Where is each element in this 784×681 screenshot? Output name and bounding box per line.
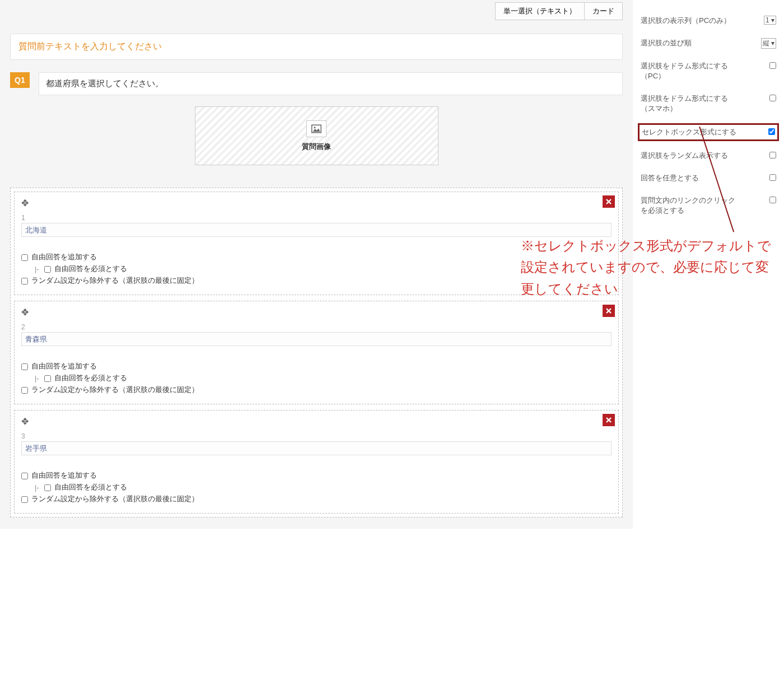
free-answer-required-checkbox[interactable] <box>44 266 51 273</box>
exclude-random-label: ランダム設定から除外する（選択肢の最後に固定） <box>31 385 199 395</box>
setting-select[interactable]: 1 ▾ <box>764 16 776 25</box>
setting-checkbox[interactable] <box>769 174 776 181</box>
setting-label: 選択肢の並び順 <box>641 38 692 48</box>
free-answer-required-row[interactable]: 自由回答を必須とする <box>21 374 612 383</box>
settings-sidebar: 選択肢の表示列（PCのみ）1 ▾選択肢の並び順縦 ▾選択肢をドラム形式にする（P… <box>633 0 784 529</box>
setting-checkbox[interactable] <box>769 62 776 69</box>
setting-checkbox[interactable] <box>769 95 776 101</box>
question-type-toolbar: 単一選択（テキスト） カード <box>10 0 623 34</box>
question-row: Q1 都道府県を選択してください。 <box>10 72 623 95</box>
setting-row: 選択肢の並び順縦 ▾ <box>641 38 776 49</box>
drag-handle-icon[interactable]: ✥ <box>21 198 29 208</box>
svg-point-1 <box>314 127 316 128</box>
free-answer-required-row[interactable]: 自由回答を必須とする <box>21 483 612 492</box>
option-index: 2 <box>21 323 612 331</box>
exclude-random-label: ランダム設定から除外する（選択肢の最後に固定） <box>31 276 199 286</box>
drag-handle-icon[interactable]: ✥ <box>21 307 29 317</box>
pretext-input[interactable]: 質問前テキストを入力してください <box>10 34 623 60</box>
setting-label: セレクトボックス形式にする <box>642 127 736 137</box>
question-number-badge: Q1 <box>10 72 30 88</box>
close-icon <box>605 307 612 314</box>
free-answer-required-label: 自由回答を必須とする <box>54 483 127 492</box>
setting-row: セレクトボックス形式にする <box>641 126 776 138</box>
add-free-answer-checkbox[interactable] <box>21 254 28 261</box>
add-free-answer-row[interactable]: 自由回答を追加する <box>21 471 612 481</box>
question-image-label: 質問画像 <box>302 142 331 152</box>
close-icon <box>605 198 612 205</box>
annotation-text: ※セレクトボックス形式がデフォルトで設定されていますので、必要に応じて変更してく… <box>521 235 778 300</box>
option-index: 3 <box>21 432 612 440</box>
delete-option-button[interactable] <box>603 195 615 208</box>
setting-label: 選択肢をドラム形式にする（スマホ） <box>641 94 741 114</box>
option-text-input[interactable] <box>21 332 612 346</box>
question-image-drop[interactable]: 質問画像 <box>195 106 438 165</box>
setting-label: 選択肢の表示列（PCのみ） <box>641 16 731 26</box>
exclude-random-checkbox[interactable] <box>21 496 28 503</box>
setting-label: 回答を任意とする <box>641 173 699 183</box>
exclude-random-label: ランダム設定から除外する（選択肢の最後に固定） <box>31 495 199 504</box>
free-answer-required-label: 自由回答を必須とする <box>54 264 127 274</box>
image-icon-box <box>306 120 326 137</box>
add-free-answer-checkbox[interactable] <box>21 473 28 479</box>
exclude-random-checkbox[interactable] <box>21 387 28 394</box>
close-icon <box>605 417 612 423</box>
setting-checkbox[interactable] <box>768 128 775 135</box>
type-single-text-button[interactable]: 単一選択（テキスト） <box>495 2 585 20</box>
free-answer-required-checkbox[interactable] <box>44 375 51 382</box>
add-free-answer-row[interactable]: 自由回答を追加する <box>21 362 612 371</box>
option-block: ✥ 2 自由回答を追加する 自由回答を必須とする ランダム設定から除外する（選択… <box>14 301 619 404</box>
question-text-input[interactable]: 都道府県を選択してください。 <box>39 72 623 95</box>
setting-checkbox[interactable] <box>769 152 776 158</box>
exclude-random-row[interactable]: ランダム設定から除外する（選択肢の最後に固定） <box>21 385 612 395</box>
add-free-answer-label: 自由回答を追加する <box>31 471 97 481</box>
add-free-answer-checkbox[interactable] <box>21 363 28 370</box>
setting-select[interactable]: 縦 ▾ <box>761 38 776 49</box>
setting-label: 選択肢をドラム形式にする（PC） <box>641 61 741 81</box>
free-answer-required-checkbox[interactable] <box>44 484 51 491</box>
type-card-button[interactable]: カード <box>585 2 623 20</box>
delete-option-button[interactable] <box>603 305 615 317</box>
setting-row: 選択肢の表示列（PCのみ）1 ▾ <box>641 16 776 26</box>
setting-row: 選択肢をドラム形式にする（PC） <box>641 61 776 81</box>
free-answer-required-label: 自由回答を必須とする <box>54 374 127 383</box>
exclude-random-checkbox[interactable] <box>21 278 28 284</box>
delete-option-button[interactable] <box>603 414 615 426</box>
setting-row: 質問文内のリンクのクリックを必須とする <box>641 195 776 216</box>
option-text-input[interactable] <box>21 441 612 455</box>
setting-label: 選択肢をランダム表示する <box>641 151 728 161</box>
drag-handle-icon[interactable]: ✥ <box>21 417 29 426</box>
add-free-answer-label: 自由回答を追加する <box>31 253 97 262</box>
setting-row: 回答を任意とする <box>641 173 776 183</box>
image-icon <box>311 124 321 133</box>
setting-checkbox[interactable] <box>769 197 776 203</box>
option-block: ✥ 3 自由回答を追加する 自由回答を必須とする ランダム設定から除外する（選択… <box>14 410 619 514</box>
setting-row: 選択肢をドラム形式にする（スマホ） <box>641 94 776 114</box>
exclude-random-row[interactable]: ランダム設定から除外する（選択肢の最後に固定） <box>21 495 612 504</box>
add-free-answer-label: 自由回答を追加する <box>31 362 97 371</box>
option-index: 1 <box>21 214 612 222</box>
